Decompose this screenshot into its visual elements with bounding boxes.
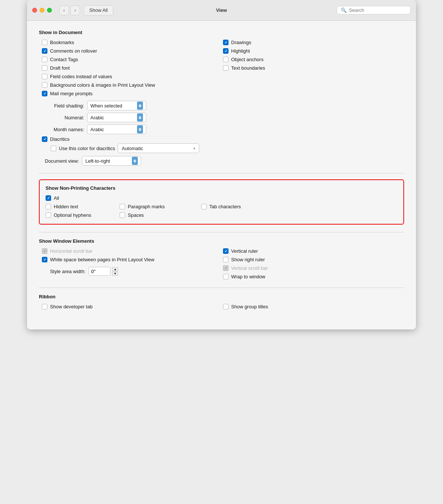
comments-checkbox[interactable] (42, 48, 47, 54)
arrow-up-icon (139, 116, 141, 117)
all-row: All (46, 195, 397, 201)
mail-merge-label: Mail merge prompts (50, 91, 93, 96)
document-view-value: Left-to-right (85, 158, 110, 164)
paragraph-marks-checkbox[interactable] (120, 204, 125, 209)
tab-characters-checkbox[interactable] (201, 204, 207, 209)
contact-tags-checkbox[interactable] (42, 57, 47, 62)
close-button[interactable] (32, 8, 37, 13)
titlebar: ‹ › Show All View 🔍 (27, 0, 416, 21)
object-anchors-checkbox[interactable] (223, 57, 229, 62)
preferences-window: ‹ › Show All View 🔍 Show in Document (27, 0, 416, 329)
drawings-checkbox[interactable] (223, 40, 229, 45)
show-group-titles-checkbox[interactable] (223, 304, 229, 309)
style-area-input[interactable] (89, 267, 111, 276)
search-icon: 🔍 (341, 7, 347, 13)
spaces-checkbox[interactable] (120, 212, 125, 218)
text-boundaries-label: Text boundaries (231, 65, 265, 71)
draft-font-label: Draft font (50, 65, 70, 71)
show-in-document-cols: Bookmarks Comments on rollover Contact T… (42, 40, 404, 97)
contact-tags-label: Contact Tags (50, 57, 78, 62)
window-elements-cols: Horizontal scroll bar White space betwee… (42, 248, 404, 280)
document-view-row: Document view: Left-to-right (45, 156, 404, 166)
highlight-row: Highlight (223, 48, 404, 54)
all-checkbox-row: All (46, 195, 397, 201)
spaces-row: Spaces (120, 212, 201, 218)
use-color-diacritics-row: Use this color for diacritics Automatic … (51, 143, 404, 153)
show-in-document-section: Show in Document Bookmarks Comments on r… (39, 30, 404, 166)
tab-characters-label: Tab characters (209, 204, 241, 209)
white-space-checkbox[interactable] (42, 257, 47, 262)
ribbon-body: Show developer tab Show group titles (39, 304, 404, 310)
style-area-row: Style area width: ▲ ▼ (45, 267, 223, 276)
forward-icon: › (74, 7, 76, 13)
month-names-value: Arabic (90, 127, 104, 132)
show-developer-checkbox[interactable] (42, 304, 47, 309)
arrow-up-icon (133, 159, 136, 161)
white-space-label: White space between pages in Print Layou… (50, 257, 154, 262)
show-right-ruler-checkbox[interactable] (223, 257, 229, 262)
color-diacritics-select[interactable]: Automatic ▾ (118, 143, 199, 153)
minimize-button[interactable] (40, 8, 44, 13)
stepper-up-button[interactable]: ▲ (112, 267, 118, 271)
horizontal-scroll-label: Horizontal scroll bar (50, 248, 93, 254)
hidden-text-label: Hidden text (54, 204, 78, 209)
diacritics-label: Diacritics (50, 136, 70, 142)
highlight-checkbox[interactable] (223, 48, 229, 54)
field-codes-checkbox[interactable] (42, 74, 47, 79)
stepper-down-button[interactable]: ▼ (112, 272, 118, 276)
hidden-text-checkbox[interactable] (46, 204, 51, 209)
npc-grid: Hidden text Paragraph marks Tab characte… (46, 204, 397, 219)
ribbon-title: Ribbon (39, 294, 404, 299)
search-input[interactable] (349, 7, 407, 13)
tab-characters-row: Tab characters (201, 204, 275, 209)
text-boundaries-checkbox[interactable] (223, 65, 229, 71)
diacritics-checkbox[interactable] (42, 136, 47, 142)
stepper-arrows: ▲ ▼ (112, 267, 118, 276)
numeral-row: Numeral: Arabic (51, 113, 404, 122)
bookmarks-checkbox[interactable] (42, 40, 47, 45)
show-window-elements-title: Show Window Elements (39, 238, 404, 244)
divider-3 (39, 288, 404, 288)
month-names-select[interactable]: Arabic (87, 125, 146, 134)
draft-font-row: Draft font (42, 65, 223, 71)
background-colors-row: Background colors & images in Print Layo… (42, 82, 223, 88)
wrap-to-window-checkbox[interactable] (223, 274, 229, 279)
bookmarks-label: Bookmarks (50, 40, 74, 45)
show-right-ruler-row: Show right ruler (223, 257, 404, 262)
back-button[interactable]: ‹ (59, 6, 69, 15)
draft-font-checkbox[interactable] (42, 65, 47, 71)
vertical-ruler-checkbox[interactable] (223, 248, 229, 254)
ribbon-left-col: Show developer tab (42, 304, 223, 310)
object-anchors-row: Object anchors (223, 57, 404, 62)
vertical-ruler-label: Vertical ruler (231, 248, 258, 254)
diacritics-row: Diacritics (42, 136, 404, 142)
mail-merge-row: Mail merge prompts (42, 91, 223, 96)
arrow-down-icon (139, 118, 141, 119)
use-color-diacritics-label: Use this color for diacritics (59, 146, 115, 151)
field-codes-row: Field codes instead of values (42, 74, 223, 79)
arrow-up-icon (139, 104, 141, 106)
ribbon-right-col: Show group titles (223, 304, 404, 310)
show-all-button[interactable]: Show All (84, 5, 113, 16)
maximize-button[interactable] (47, 8, 52, 13)
object-anchors-label: Object anchors (231, 57, 263, 62)
document-view-select[interactable]: Left-to-right (82, 156, 141, 166)
window-left-col: Horizontal scroll bar White space betwee… (42, 248, 223, 280)
show-right-ruler-label: Show right ruler (231, 257, 265, 262)
back-icon: ‹ (63, 7, 65, 13)
all-checkbox[interactable] (46, 195, 51, 201)
optional-hyphens-checkbox[interactable] (46, 212, 51, 218)
use-color-diacritics-checkbox[interactable] (51, 146, 56, 151)
vertical-ruler-row: Vertical ruler (223, 248, 404, 254)
style-area-label: Style area width: (45, 269, 86, 274)
numeral-select[interactable]: Arabic (87, 113, 146, 122)
document-view-arrows (132, 157, 138, 165)
background-colors-label: Background colors & images in Print Layo… (50, 82, 155, 88)
field-shading-arrows (137, 102, 143, 110)
forward-button[interactable]: › (70, 6, 80, 15)
background-colors-checkbox[interactable] (42, 82, 47, 88)
field-shading-select[interactable]: When selected (87, 101, 146, 110)
traffic-lights (32, 8, 52, 13)
text-boundaries-row: Text boundaries (223, 65, 404, 71)
mail-merge-checkbox[interactable] (42, 91, 47, 96)
